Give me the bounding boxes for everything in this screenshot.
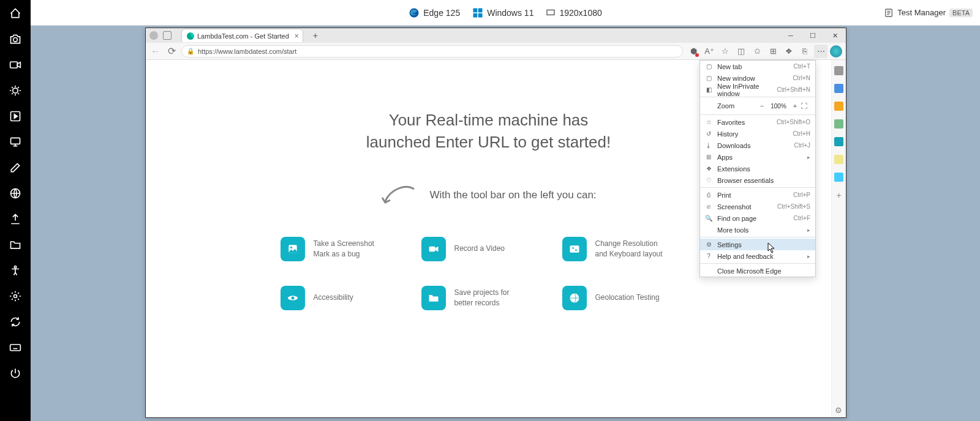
window-minimize-button[interactable]: ─	[780, 28, 802, 43]
test-manager-link[interactable]: Test Manager	[897, 8, 946, 17]
svg-point-17	[290, 247, 292, 248]
sidebar-people-icon[interactable]	[834, 119, 843, 129]
curved-arrow-icon	[380, 184, 417, 206]
page-content: Your Real-time machine has launched Ente…	[146, 60, 831, 417]
more-menu-button[interactable]: ⋯	[814, 45, 827, 58]
lock-icon: 🔒	[187, 48, 194, 54]
upload-icon[interactable]	[8, 212, 23, 226]
split-screen-icon[interactable]: ◫	[734, 45, 748, 58]
globe-feature-icon	[562, 286, 587, 310]
edge-sidebar: +	[831, 60, 846, 417]
menu-new-tab[interactable]: ▢New tabCtrl+T	[700, 61, 815, 72]
menu-downloads[interactable]: ⭳DownloadsCtrl+J	[700, 140, 815, 151]
svg-point-20	[291, 296, 294, 299]
menu-close-edge[interactable]: Close Microsoft Edge	[700, 265, 815, 277]
menu-favorites[interactable]: ☆FavoritesCtrl+Shift+O	[700, 116, 815, 128]
sidebar-games-icon[interactable]	[834, 173, 843, 182]
browser-tab[interactable]: LambdaTest.com - Get Started ×	[181, 29, 303, 42]
menu-extensions[interactable]: ❖Extensions	[700, 163, 815, 174]
window-maximize-button[interactable]: ☐	[802, 28, 824, 43]
favorite-star-icon[interactable]: ☆	[718, 45, 732, 58]
gear-icon[interactable]	[8, 289, 23, 304]
beta-badge: BETA	[949, 9, 973, 17]
extensions-icon[interactable]: ❖	[782, 45, 796, 58]
sidebar-m365-icon[interactable]	[834, 137, 843, 146]
globe-icon[interactable]	[8, 186, 23, 201]
sidebar-search-icon[interactable]	[834, 66, 843, 75]
favorites-icon[interactable]: ✩	[750, 45, 764, 58]
sidebar-tools-icon[interactable]	[834, 102, 843, 111]
svg-rect-18	[429, 247, 435, 251]
back-button[interactable]: ←	[149, 45, 162, 58]
svg-rect-4	[11, 138, 20, 144]
menu-new-inprivate[interactable]: ◧New InPrivate windowCtrl+Shift+N	[700, 84, 815, 95]
wallet-icon[interactable]: ⬢	[687, 45, 700, 58]
camera-icon[interactable]	[8, 32, 23, 47]
menu-essentials[interactable]: ♡Browser essentials	[700, 174, 815, 186]
browser-info: Edge 125	[409, 7, 460, 18]
svg-rect-8	[10, 345, 21, 351]
tab-title: LambdaTest.com - Get Started	[197, 32, 289, 40]
sync-icon[interactable]	[8, 315, 23, 329]
feature-save: Save projects forbetter records	[421, 286, 556, 310]
keyboard-icon[interactable]	[8, 340, 23, 355]
svg-rect-1	[10, 62, 18, 68]
tab-close-icon[interactable]: ×	[295, 32, 299, 40]
copilot-icon[interactable]	[830, 45, 842, 58]
accessibility-icon[interactable]	[8, 263, 23, 278]
screen-share-icon[interactable]	[8, 135, 23, 149]
folder-feature-icon	[421, 286, 446, 310]
tab-actions-icon[interactable]	[163, 31, 172, 40]
svg-rect-13	[478, 13, 483, 17]
svg-point-2	[13, 88, 18, 93]
power-icon[interactable]	[8, 366, 23, 381]
menu-zoom: Zoom − 100% + ⛶	[700, 99, 815, 113]
feature-record: Record a Video	[421, 237, 556, 261]
svg-point-6	[14, 266, 16, 268]
collections-icon[interactable]: ⊞	[766, 45, 780, 58]
play-square-icon[interactable]	[8, 109, 23, 124]
folder-icon[interactable]	[8, 237, 23, 252]
zoom-in-button[interactable]: +	[790, 102, 801, 110]
video-icon[interactable]	[8, 58, 23, 72]
refresh-button[interactable]: ⟳	[165, 45, 178, 58]
resolution-info: 1920x1080	[546, 8, 601, 18]
zoom-out-button[interactable]: −	[756, 102, 767, 110]
sidebar-outlook-icon[interactable]	[834, 155, 843, 164]
session-info-bar: Edge 125 Windows 11 1920x1080 Test Manag…	[31, 0, 980, 26]
link-icon[interactable]: ⎘	[798, 45, 812, 58]
fullscreen-button[interactable]: ⛶	[801, 102, 810, 110]
edit-icon[interactable]	[8, 160, 23, 175]
feature-resolution: Change Resolutionand Keyboard layout	[562, 237, 697, 261]
screenshot-feature-icon	[281, 237, 305, 261]
url-input[interactable]: 🔒 https://www.lambdatest.com/start	[181, 45, 683, 58]
sidebar-add-icon[interactable]: +	[834, 190, 843, 199]
menu-history[interactable]: ↺HistoryCtrl+H	[700, 128, 815, 140]
resolution-value: 1920x1080	[559, 8, 601, 18]
windows-icon	[472, 7, 483, 18]
resolution-feature-icon	[562, 237, 587, 261]
svg-point-0	[13, 38, 18, 42]
zoom-label: Zoom	[717, 102, 756, 110]
menu-find[interactable]: 🔍Find on pageCtrl+F	[700, 212, 815, 224]
menu-more-tools[interactable]: More tools▸	[700, 224, 815, 236]
new-tab-button[interactable]: +	[313, 31, 318, 40]
test-manager-icon	[884, 8, 894, 18]
os-info: Windows 11	[472, 7, 533, 18]
profile-icon[interactable]	[149, 31, 158, 40]
edge-browser-window: LambdaTest.com - Get Started × + ─ ☐ ✕ ←…	[145, 28, 846, 418]
bug-icon[interactable]	[8, 83, 23, 98]
menu-help[interactable]: ?Help and feedback▸	[700, 250, 815, 262]
sidebar-settings-icon[interactable]: ⚙	[834, 405, 843, 415]
window-close-button[interactable]: ✕	[824, 28, 846, 43]
menu-screenshot[interactable]: ⎚ScreenshotCtrl+Shift+S	[700, 201, 815, 212]
sidebar-shopping-icon[interactable]	[834, 84, 843, 93]
menu-print[interactable]: ⎙PrintCtrl+P	[700, 189, 815, 201]
video-feature-icon	[421, 237, 446, 261]
home-icon[interactable]	[8, 6, 23, 21]
menu-settings[interactable]: ⚙Settings	[700, 239, 815, 250]
svg-rect-14	[547, 10, 554, 15]
edge-icon	[409, 7, 420, 18]
read-aloud-icon[interactable]: A⁺	[703, 45, 716, 58]
menu-apps[interactable]: ⊞Apps▸	[700, 151, 815, 163]
